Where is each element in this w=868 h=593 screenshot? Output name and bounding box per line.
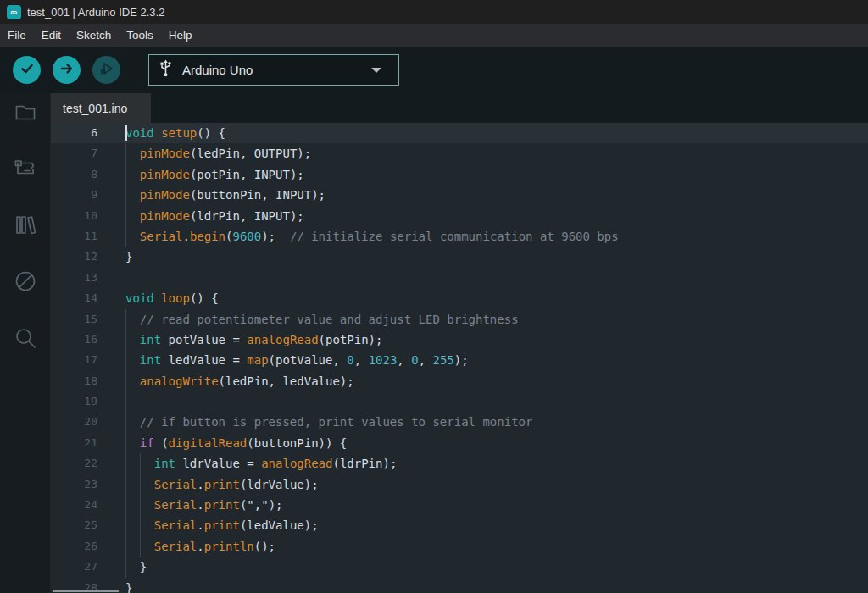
code-text: Serial.println(); <box>125 536 275 557</box>
indent-guide <box>125 433 126 453</box>
verify-button[interactable] <box>13 56 41 84</box>
code-line[interactable]: 9 pinMode(buttonPin, INPUT); <box>51 185 868 205</box>
sidebar-item-sketchbook[interactable] <box>13 100 38 125</box>
line-number: 18 <box>51 371 125 391</box>
code-text: int ledValue = map(potValue, 0, 1023, 0,… <box>125 350 469 370</box>
code-text: } <box>125 578 132 593</box>
main-area: test_001.ino 6void setup() {7 pinMode(le… <box>0 93 868 593</box>
code-text: pinMode(potPin, INPUT); <box>125 164 304 185</box>
code-line[interactable]: 10 pinMode(ldrPin, INPUT); <box>51 206 868 226</box>
sidebar-item-search[interactable] <box>13 327 38 352</box>
indent-guide <box>125 515 126 535</box>
line-number: 15 <box>51 309 125 330</box>
code-line[interactable]: 14void loop() { <box>51 288 868 308</box>
sidebar-item-library-manager[interactable] <box>13 213 38 239</box>
menu-edit[interactable]: Edit <box>34 24 69 47</box>
line-number: 13 <box>51 268 125 288</box>
line-number: 27 <box>51 557 125 577</box>
indent-guide <box>125 412 126 432</box>
indent-guide <box>125 226 126 247</box>
code-line[interactable]: 25 Serial.print(ledValue); <box>51 515 868 535</box>
code-text: int ldrValue = analogRead(ldrPin); <box>125 453 397 474</box>
line-number: 7 <box>51 143 125 163</box>
line-number: 6 <box>51 123 125 143</box>
code-line[interactable]: 7 pinMode(ledPin, OUTPUT); <box>51 143 868 163</box>
board-selector-value: Arduino Uno <box>182 63 371 77</box>
code-line[interactable]: 22 int ldrValue = analogRead(ldrPin); <box>51 453 868 474</box>
menu-file[interactable]: File <box>0 24 34 47</box>
editor-column: test_001.ino 6void setup() {7 pinMode(le… <box>51 93 868 593</box>
code-line[interactable]: 24 Serial.print(","); <box>51 495 868 515</box>
code-line[interactable]: 20 // if button is pressed, print values… <box>51 412 868 432</box>
board-selector-dropdown[interactable]: Arduino Uno <box>148 54 399 86</box>
code-text: void setup() { <box>125 123 225 143</box>
code-line[interactable]: 19 <box>51 391 868 412</box>
debug-button[interactable] <box>92 56 120 84</box>
code-text: Serial.print(","); <box>125 495 282 515</box>
menu-help[interactable]: Help <box>161 24 200 47</box>
line-number: 16 <box>51 330 125 350</box>
code-line[interactable]: 8 pinMode(potPin, INPUT); <box>51 164 868 185</box>
line-number: 21 <box>51 433 125 453</box>
code-line[interactable]: 26 Serial.println(); <box>51 536 868 557</box>
debug-bug-icon <box>98 60 115 80</box>
upload-button[interactable] <box>53 56 81 84</box>
code-text: pinMode(buttonPin, INPUT); <box>125 185 326 205</box>
prohibited-circle-icon <box>14 269 37 296</box>
sidebar-item-debug[interactable] <box>13 270 38 296</box>
text-cursor <box>125 125 127 141</box>
line-number: 8 <box>51 164 125 185</box>
indent-guide <box>125 185 126 205</box>
indent-guide <box>125 309 126 330</box>
code-text: pinMode(ldrPin, INPUT); <box>125 206 304 226</box>
code-line[interactable]: 21 if (digitalRead(buttonPin)) { <box>51 433 868 453</box>
code-text: Serial.print(ledValue); <box>125 515 319 535</box>
folder-icon <box>13 98 38 127</box>
indent-guide <box>140 474 141 495</box>
code-line[interactable]: 6void setup() { <box>51 123 868 143</box>
indent-guide <box>125 557 126 577</box>
search-icon <box>14 326 37 353</box>
indent-guide <box>140 495 141 515</box>
line-number: 23 <box>51 474 125 495</box>
line-number: 19 <box>51 391 125 412</box>
tab-test-001-ino[interactable]: test_001.ino <box>51 93 151 123</box>
indent-guide <box>125 536 126 557</box>
indent-guide <box>125 474 126 495</box>
line-number: 9 <box>51 185 125 205</box>
code-editor[interactable]: 6void setup() {7 pinMode(ledPin, OUTPUT)… <box>51 123 868 593</box>
indent-guide <box>140 536 141 557</box>
activity-sidebar <box>0 93 51 593</box>
line-number: 14 <box>51 288 125 308</box>
indent-guide <box>125 391 126 412</box>
code-line[interactable]: 28} <box>51 578 868 593</box>
code-text: } <box>125 247 132 267</box>
menu-sketch[interactable]: Sketch <box>69 24 119 47</box>
indent-guide <box>125 495 126 515</box>
code-line[interactable]: 16 int potValue = analogRead(potPin); <box>51 330 868 350</box>
books-icon <box>13 212 38 241</box>
sidebar-item-boards-manager[interactable] <box>13 157 38 182</box>
code-line[interactable]: 17 int ledValue = map(potValue, 0, 1023,… <box>51 350 868 370</box>
code-line[interactable]: 23 Serial.print(ldrValue); <box>51 474 868 495</box>
code-lines: 6void setup() {7 pinMode(ledPin, OUTPUT)… <box>51 123 868 593</box>
code-text: } <box>125 557 147 577</box>
code-text: // if button is pressed, print values to… <box>125 412 532 432</box>
line-number: 22 <box>51 453 125 474</box>
code-line[interactable]: 11 Serial.begin(9600); // initialize ser… <box>51 226 868 247</box>
code-line[interactable]: 13 <box>51 268 868 288</box>
code-line[interactable]: 18 analogWrite(ledPin, ledValue); <box>51 371 868 391</box>
toolbar: Arduino Uno <box>0 47 868 93</box>
code-text: Serial.print(ldrValue); <box>125 474 319 495</box>
line-number: 20 <box>51 412 125 432</box>
line-number: 11 <box>51 226 125 247</box>
horizontal-scrollbar-thumb[interactable] <box>53 590 119 592</box>
window-title: test_001 | Arduino IDE 2.3.2 <box>27 6 164 19</box>
code-line[interactable]: 12} <box>51 247 868 267</box>
chevron-down-icon <box>371 68 381 73</box>
title-bar: ∞ test_001 | Arduino IDE 2.3.2 <box>0 0 868 24</box>
code-line[interactable]: 15 // read potentiometer value and adjus… <box>51 309 868 330</box>
menu-tools[interactable]: Tools <box>119 24 161 47</box>
indent-guide <box>125 453 126 474</box>
code-line[interactable]: 27 } <box>51 557 868 577</box>
